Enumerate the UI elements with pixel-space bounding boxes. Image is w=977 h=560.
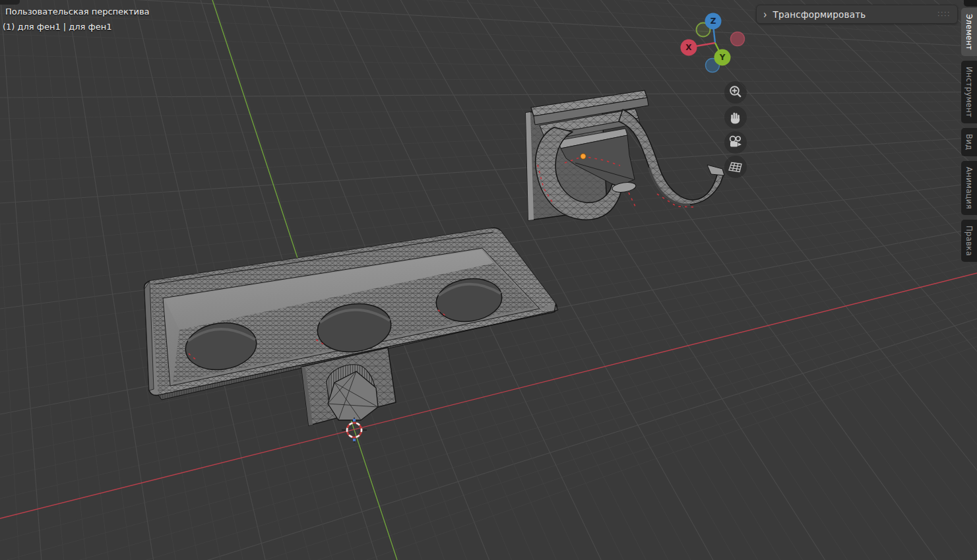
sidebar-tab-strip: Элемент Инструмент Вид Анимация Правка (961, 8, 977, 262)
svg-text:Z: Z (710, 16, 716, 26)
transform-panel-header[interactable]: › Трансформировать ···· ···· (756, 5, 958, 24)
navigation-gizmo[interactable]: Z X Y (673, 5, 759, 79)
camera-view-icon[interactable] (724, 131, 747, 154)
tab-view[interactable]: Вид (961, 128, 977, 156)
svg-text:Y: Y (719, 53, 726, 62)
tab-element[interactable]: Элемент (961, 8, 977, 56)
gizmo-axis-z[interactable]: Z (705, 13, 722, 30)
gizmo-axis-x[interactable]: X (681, 40, 697, 56)
gizmo-axis-neg-x[interactable] (731, 32, 745, 46)
chevron-right-icon: › (763, 9, 767, 20)
tab-edit[interactable]: Правка (961, 220, 977, 262)
selected-vertex[interactable] (581, 154, 586, 159)
editor-corner-handle[interactable] (964, 0, 977, 7)
viewport-3d-scene[interactable] (0, 0, 977, 560)
zoom-icon[interactable] (724, 81, 747, 104)
editor-corner-handle[interactable] (0, 0, 20, 5)
transform-panel-label: Трансформировать (773, 9, 866, 20)
gizmo-axis-y[interactable]: Y (714, 49, 731, 66)
active-object-label: (1) для фен1 | для фен1 (3, 22, 111, 32)
view-mode-label: Пользовательская перспектива (5, 7, 150, 16)
tab-animation[interactable]: Анимация (961, 161, 977, 215)
pan-hand-icon[interactable] (724, 106, 747, 129)
svg-text:X: X (685, 43, 692, 52)
blender-3d-viewport: Пользовательская перспектива (1) для фен… (0, 0, 977, 560)
grid-perspective-icon[interactable] (724, 156, 747, 178)
drag-dots-icon[interactable]: ···· ···· (937, 11, 951, 17)
tab-tool[interactable]: Инструмент (961, 61, 977, 123)
